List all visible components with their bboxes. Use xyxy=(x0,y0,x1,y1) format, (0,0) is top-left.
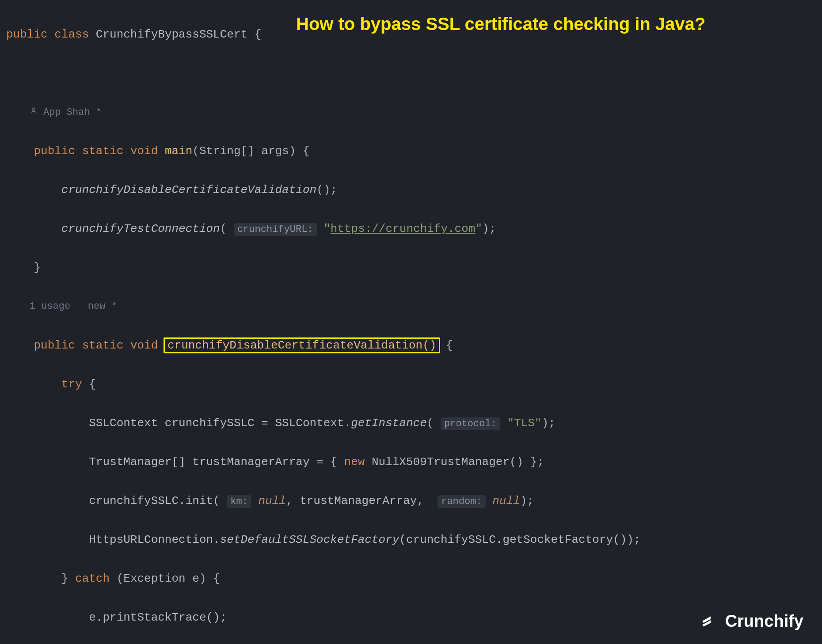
code-text: TrustManager[] trustManagerArray = { xyxy=(89,455,344,469)
code-line[interactable]: } catch (Exception e) { xyxy=(6,569,822,588)
code-line[interactable]: e.printStackTrace(); xyxy=(6,608,822,627)
string-literal: "TLS" xyxy=(507,417,541,430)
brace: { xyxy=(89,378,96,391)
code-line[interactable]: crunchifyDisableCertificateValidation(); xyxy=(6,180,822,200)
string-close: " xyxy=(475,222,482,235)
string-open: " xyxy=(323,222,331,235)
paren-open: ( xyxy=(220,222,234,235)
code-text: , trustManagerArray, xyxy=(286,494,431,508)
method-call: setDefaultSSLSocketFactory xyxy=(220,533,400,546)
params: (String[] args) xyxy=(192,144,296,158)
url-literal[interactable]: https://crunchify.com xyxy=(331,222,476,235)
brace: { xyxy=(446,339,453,352)
code-line[interactable]: HttpsURLConnection.setDefaultSSLSocketFa… xyxy=(6,530,822,549)
code-line[interactable]: SSLContext crunchifySSLC = SSLContext.ge… xyxy=(6,413,822,433)
constructor-call: NullX509TrustManager xyxy=(372,455,510,469)
keyword-class: class xyxy=(54,28,89,41)
code-line[interactable]: crunchifySSLC.init( km: null, trustManag… xyxy=(6,491,822,511)
usage-count[interactable]: 1 usage xyxy=(30,301,70,312)
code-line[interactable]: TrustManager[] trustManagerArray = { new… xyxy=(6,452,822,472)
code-line[interactable]: public static void crunchifyDisableCerti… xyxy=(6,336,822,355)
null-literal: null xyxy=(492,494,520,508)
param-hint: km: xyxy=(227,495,251,508)
code-text: (crunchifySSLC.getSocketFactory()); xyxy=(399,533,640,546)
method-main: main xyxy=(165,144,192,158)
svg-point-0 xyxy=(32,108,35,110)
class-name: CrunchifyBypassSSLCert xyxy=(96,28,247,41)
method-disable-cert-validation: crunchifyDisableCertificateValidation() xyxy=(167,339,437,352)
paren-open: ( xyxy=(427,417,441,430)
method-call: crunchifyTestConnection xyxy=(61,222,220,235)
code-line[interactable]: try { xyxy=(6,375,822,394)
param-hint: protocol: xyxy=(441,417,500,430)
keyword-static: static xyxy=(82,144,124,158)
crunchify-logo-icon xyxy=(701,612,720,630)
blank-line xyxy=(6,64,822,83)
parens: () }; xyxy=(510,455,544,469)
keyword-public: public xyxy=(34,144,75,158)
keyword-public: public xyxy=(6,28,48,41)
author-name: App Shah * xyxy=(43,107,102,118)
usage-annotation[interactable]: 1 usage new * xyxy=(6,297,822,316)
keyword-catch: catch xyxy=(75,572,110,585)
crunchify-logo[interactable]: Crunchify xyxy=(701,611,803,631)
paren-close: ); xyxy=(520,494,534,508)
keyword-new: new xyxy=(344,455,365,469)
paren-close: ); xyxy=(541,417,555,430)
code-line[interactable]: public static void main(String[] args) { xyxy=(6,141,822,161)
keyword-try: try xyxy=(61,378,82,391)
param-hint: crunchifyURL: xyxy=(234,223,317,236)
code-line[interactable]: public class CrunchifyBypassSSLCert { xyxy=(6,25,822,44)
brace: } xyxy=(61,572,68,585)
paren-close: ); xyxy=(482,222,496,235)
crunchify-logo-text: Crunchify xyxy=(725,611,803,631)
keyword-void: void xyxy=(130,339,158,352)
code-text: crunchifySSLC.init( xyxy=(89,494,227,508)
author-icon xyxy=(30,102,38,122)
null-literal: null xyxy=(259,494,286,508)
brace: { xyxy=(303,144,310,158)
code-text: SSLContext crunchifySSLC = SSLContext. xyxy=(89,417,351,430)
method-getinstance: getInstance xyxy=(351,417,427,430)
brace: } xyxy=(34,261,41,274)
catch-params: (Exception e) xyxy=(117,572,206,585)
new-badge: new * xyxy=(88,301,117,312)
parens: (); xyxy=(316,183,337,197)
method-call: crunchifyDisableCertificateValidation xyxy=(61,183,316,197)
author-annotation: App Shah * xyxy=(6,102,822,122)
highlight-box: crunchifyDisableCertificateValidation() xyxy=(164,337,441,353)
param-hint: random: xyxy=(438,495,485,508)
code-text: e.printStackTrace(); xyxy=(89,611,227,624)
keyword-public: public xyxy=(34,339,75,352)
code-line[interactable]: crunchifyTestConnection( crunchifyURL: "… xyxy=(6,219,822,239)
code-editor[interactable]: public class CrunchifyBypassSSLCert { Ap… xyxy=(0,0,822,644)
keyword-void: void xyxy=(130,144,158,158)
code-text: HttpsURLConnection. xyxy=(89,533,220,546)
brace: { xyxy=(255,28,262,41)
keyword-static: static xyxy=(82,339,124,352)
brace: { xyxy=(213,572,220,585)
code-line[interactable]: } xyxy=(6,258,822,277)
